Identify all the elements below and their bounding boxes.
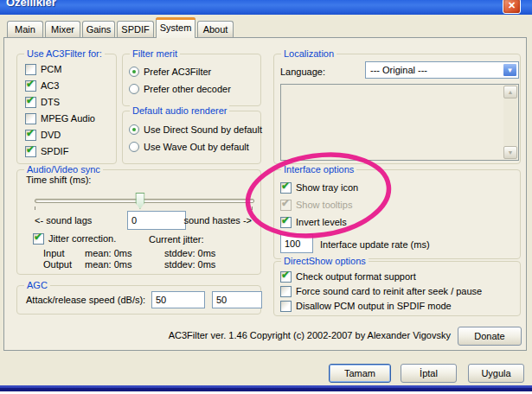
checkbox-box: ✔ xyxy=(280,200,292,211)
jitter-row-mean: mean: 0ms xyxy=(85,248,164,258)
time-shift-slider-thumb[interactable] xyxy=(135,193,144,209)
donate-button[interactable]: Donate xyxy=(458,327,522,346)
tab-label: SPDIF xyxy=(121,24,149,35)
tab-label: Mixer xyxy=(51,24,74,35)
close-icon: ✕ xyxy=(508,0,516,10)
slider-tick xyxy=(252,207,253,210)
radio-circle xyxy=(129,84,139,94)
agc-attack-input[interactable] xyxy=(151,291,205,308)
language-select[interactable]: --- Original --- ▼ xyxy=(365,61,519,79)
checkbox-jitter-correction[interactable]: ✔Jitter correction. xyxy=(33,232,116,245)
jitter-row-output: Outputmean: 0msstddev: 0ms xyxy=(43,259,215,270)
radio-prefer-other-decoder[interactable]: Prefer other decoder xyxy=(129,83,231,95)
radio-label: Use Direct Sound by default xyxy=(144,124,262,135)
checkbox-show-tray-icon[interactable]: ✔Show tray icon xyxy=(280,181,358,194)
checkbox-disallow-pcm-spdif[interactable]: ✔Disallow PCM output in SPDIF mode xyxy=(280,300,452,312)
checkbox-check-output-format[interactable]: ✔Check output format support xyxy=(280,270,416,283)
listbox-scrollbar[interactable]: ▲ ▼ xyxy=(503,86,517,159)
checkbox-box: ✔ xyxy=(25,130,36,141)
tab-system[interactable]: System xyxy=(156,17,195,38)
checkbox-spdif[interactable]: ✔SPDIF xyxy=(25,145,68,157)
sound-lags-label: <- sound lags xyxy=(35,215,92,226)
radio-label: Use Wave Out by default xyxy=(144,142,249,152)
group-audio-video-sync: Audio/Video sync Time shift (ms): <- sou… xyxy=(16,169,261,275)
check-icon: ✔ xyxy=(26,78,35,90)
radio-label: Prefer AC3Filter xyxy=(144,67,211,77)
agc-release-input[interactable] xyxy=(212,291,262,308)
cancel-button-label: İptal xyxy=(420,368,438,378)
checkbox-ac3[interactable]: ✔AC3 xyxy=(25,79,59,92)
slider-tick xyxy=(35,207,35,210)
radio-circle xyxy=(129,67,139,77)
checkbox-force-reinit[interactable]: ✔Force sound card to reinit after seek /… xyxy=(280,285,482,297)
check-icon: ✔ xyxy=(281,214,290,226)
group-title: Audio/Video sync xyxy=(24,164,103,175)
jitter-row-input: Inputmean: 0msstddev: 0ms xyxy=(43,248,215,258)
checkbox-box: ✔ xyxy=(25,97,36,108)
tab-main[interactable]: Main xyxy=(7,21,43,37)
interface-update-rate-input[interactable] xyxy=(280,234,313,253)
check-icon: ✔ xyxy=(281,197,290,209)
radio-use-wave-out[interactable]: Use Wave Out by default xyxy=(129,141,249,153)
checkbox-label: Check output format support xyxy=(296,271,416,282)
ok-button[interactable]: Tamam xyxy=(329,364,391,383)
tab-about[interactable]: About xyxy=(197,21,234,37)
radio-label: Prefer other decoder xyxy=(144,84,231,94)
group-title: Localization xyxy=(281,48,337,59)
ok-button-label: Tamam xyxy=(344,368,375,378)
checkbox-invert-levels[interactable]: ✔Invert levels xyxy=(280,216,347,228)
tab-gains[interactable]: Gains xyxy=(82,21,115,37)
group-title: Filter merit xyxy=(130,48,180,59)
checkbox-box: ✔ xyxy=(33,233,44,245)
cancel-button[interactable]: İptal xyxy=(401,364,457,383)
checkbox-pcm[interactable]: ✔PCM xyxy=(25,63,61,75)
group-default-audio-renderer: Default audio renderer Use Direct Sound … xyxy=(122,111,261,164)
checkbox-label: SPDIF xyxy=(41,146,68,156)
tab-spdif[interactable]: SPDIF xyxy=(117,21,154,37)
system-tab-page: Use AC3Filter for: ✔PCM ✔AC3 ✔DTS ✔MPEG … xyxy=(3,37,527,351)
checkbox-box: ✔ xyxy=(25,80,36,92)
language-selected-value: --- Original --- xyxy=(370,65,427,75)
scroll-down-button[interactable]: ▼ xyxy=(503,146,517,159)
checkbox-show-tooltips[interactable]: ✔Show tooltips xyxy=(280,199,352,211)
jitter-row-mean: mean: 0ms xyxy=(85,259,164,270)
checkbox-box: ✔ xyxy=(25,113,36,124)
checkbox-mpeg-audio[interactable]: ✔MPEG Audio xyxy=(25,112,95,124)
group-title: Use AC3Filter for: xyxy=(24,48,105,59)
group-filter-merit: Filter merit Prefer AC3Filter Prefer oth… xyxy=(122,54,261,106)
scroll-up-button[interactable]: ▲ xyxy=(503,86,517,98)
time-shift-slider[interactable] xyxy=(35,199,254,203)
jitter-row-name: Output xyxy=(43,259,85,270)
checkbox-label: Disallow PCM output in SPDIF mode xyxy=(296,301,452,311)
interface-update-rate-label: Interface update rate (ms) xyxy=(320,239,430,250)
close-button[interactable]: ✕ xyxy=(503,0,521,14)
radio-use-direct-sound[interactable]: Use Direct Sound by default xyxy=(129,124,262,136)
time-shift-label: Time shift (ms): xyxy=(26,175,91,185)
checkbox-dvd[interactable]: ✔DVD xyxy=(25,129,61,141)
sound-hastes-label: sound hastes -> xyxy=(183,215,252,226)
radio-prefer-ac3filter[interactable]: Prefer AC3Filter xyxy=(129,66,211,78)
language-listbox[interactable]: ▲ ▼ xyxy=(280,84,519,161)
checkbox-dts[interactable]: ✔DTS xyxy=(25,96,60,108)
agc-speed-label: Attack/release speed (dB/s): xyxy=(26,295,145,305)
apply-button[interactable]: Uygula xyxy=(468,364,524,383)
checkbox-label: Force sound card to reinit after seek / … xyxy=(296,286,482,296)
scroll-down-icon: ▼ xyxy=(508,149,514,156)
checkbox-label: Show tooltips xyxy=(296,200,352,210)
checkbox-label: MPEG Audio xyxy=(41,113,95,124)
group-title: Default audio renderer xyxy=(130,105,229,116)
titlebar: Özellikler ✕ xyxy=(0,0,532,15)
check-icon: ✔ xyxy=(26,143,35,156)
tab-label: About xyxy=(203,24,228,35)
check-icon: ✔ xyxy=(26,127,35,139)
window-bottom-border xyxy=(0,385,532,394)
jitter-row-stddev: stddev: 0ms xyxy=(164,259,215,270)
language-label: Language: xyxy=(280,67,325,77)
group-agc: AGC Attack/release speed (dB/s): xyxy=(16,285,261,315)
combo-dropdown-button[interactable]: ▼ xyxy=(503,63,517,77)
group-directshow-options: DirectShow options ✔Check output format … xyxy=(273,261,521,316)
checkbox-box: ✔ xyxy=(280,217,292,228)
apply-button-label: Uygula xyxy=(481,368,510,378)
tab-mixer[interactable]: Mixer xyxy=(45,21,80,37)
time-shift-input[interactable] xyxy=(127,211,186,230)
